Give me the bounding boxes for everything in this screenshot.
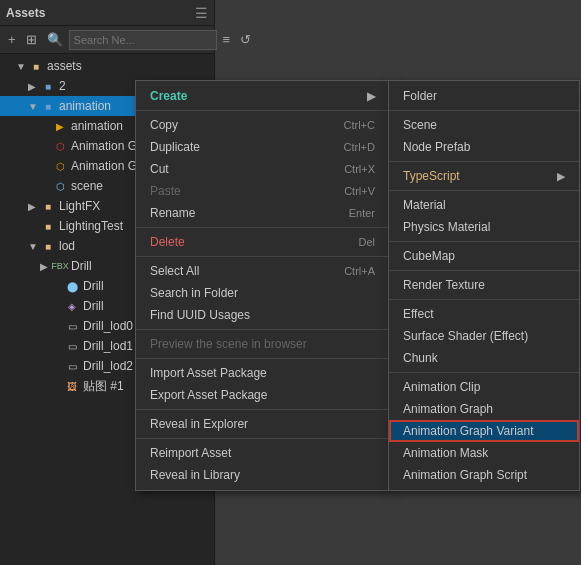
list-button[interactable]: ≡: [219, 31, 235, 48]
folder-icon-assets: ■: [28, 58, 44, 74]
sub-animation-mask-label: Animation Mask: [403, 446, 488, 460]
label-lod1: Drill_lod1: [83, 339, 133, 353]
arrow-lod: ▼: [28, 241, 40, 252]
assets-header: Assets ☰: [0, 0, 214, 26]
menu-delete[interactable]: Delete Del: [136, 231, 389, 253]
arrow-2: ▶: [28, 81, 40, 92]
sub-animation-graph[interactable]: Animation Graph: [389, 398, 579, 420]
menu-export-asset[interactable]: Export Asset Package: [136, 384, 389, 406]
sub-node-prefab[interactable]: Node Prefab: [389, 136, 579, 158]
fbx-icon: FBX: [52, 258, 68, 274]
sub-render-texture[interactable]: Render Texture: [389, 274, 579, 296]
arrow-fbxdrill: ▶: [40, 261, 52, 272]
folder-icon-lod: ■: [40, 238, 56, 254]
sub-surface-shader-label: Surface Shader (Effect): [403, 329, 528, 343]
search-input[interactable]: [69, 30, 217, 50]
sub-animation-graph-label: Animation Graph: [403, 402, 493, 416]
delete-shortcut: Del: [358, 236, 375, 248]
sub-material[interactable]: Material: [389, 194, 579, 216]
sub-animation-graph-script[interactable]: Animation Graph Script: [389, 464, 579, 486]
sub-typescript[interactable]: TypeScript ▶: [389, 165, 579, 187]
animgraph2-icon: ⬡: [52, 158, 68, 174]
label-animation: animation: [59, 99, 111, 113]
anim-icon: ▶: [52, 118, 68, 134]
sub-sep-4: [389, 241, 579, 242]
sub-physics-material-label: Physics Material: [403, 220, 490, 234]
label-assets: assets: [47, 59, 82, 73]
menu-cut-label: Cut: [150, 162, 169, 176]
sub-animation-graph-variant[interactable]: Animation Graph Variant: [389, 420, 579, 442]
menu-reimport[interactable]: Reimport Asset: [136, 442, 389, 464]
folder-icon-lightingtest: ■: [40, 218, 56, 234]
add-button[interactable]: +: [4, 31, 20, 48]
menu-import-asset[interactable]: Import Asset Package: [136, 362, 389, 384]
menu-icon[interactable]: ☰: [195, 5, 208, 21]
label-lightfx: LightFX: [59, 199, 100, 213]
sub-chunk[interactable]: Chunk: [389, 347, 579, 369]
sub-chunk-label: Chunk: [403, 351, 438, 365]
sub-animation-graph-variant-label: Animation Graph Variant: [403, 424, 534, 438]
menu-select-all[interactable]: Select All Ctrl+A: [136, 260, 389, 282]
label-scene: scene: [71, 179, 103, 193]
menu-select-all-label: Select All: [150, 264, 199, 278]
sub-sep-5: [389, 270, 579, 271]
create-submenu: Folder Scene Node Prefab TypeScript ▶ Ma…: [388, 80, 580, 491]
animgraph1-icon: ⬡: [52, 138, 68, 154]
folder-icon-2: ■: [40, 78, 56, 94]
sep-5: [136, 358, 389, 359]
menu-reveal-library[interactable]: Reveal in Library: [136, 464, 389, 486]
arrow-lightfx: ▶: [28, 201, 40, 212]
menu-create[interactable]: Create ▶: [136, 85, 389, 107]
drill1-icon: ⬤: [64, 278, 80, 294]
refresh-button[interactable]: ↺: [236, 31, 255, 48]
sub-effect[interactable]: Effect: [389, 303, 579, 325]
menu-find-uuid[interactable]: Find UUID Usages: [136, 304, 389, 326]
menu-reveal-explorer-label: Reveal in Explorer: [150, 417, 248, 431]
menu-reimport-label: Reimport Asset: [150, 446, 231, 460]
menu-find-uuid-label: Find UUID Usages: [150, 308, 250, 322]
label-drill1: Drill: [83, 279, 104, 293]
create-arrow-icon: ▶: [367, 90, 375, 103]
menu-copy[interactable]: Copy Ctrl+C: [136, 114, 389, 136]
label-fbxdrill: Drill: [71, 259, 92, 273]
label-anim-child: animation: [71, 119, 123, 133]
sub-folder[interactable]: Folder: [389, 85, 579, 107]
menu-import-asset-label: Import Asset Package: [150, 366, 267, 380]
menu-preview-label: Preview the scene in browser: [150, 337, 307, 351]
menu-search-folder-label: Search in Folder: [150, 286, 238, 300]
sep-4: [136, 329, 389, 330]
arrow-assets: ▼: [16, 61, 28, 72]
sub-animation-mask[interactable]: Animation Mask: [389, 442, 579, 464]
search-toggle[interactable]: 🔍: [43, 31, 67, 48]
menu-duplicate-label: Duplicate: [150, 140, 200, 154]
label-lod2: Drill_lod2: [83, 359, 133, 373]
sub-render-texture-label: Render Texture: [403, 278, 485, 292]
sep-7: [136, 438, 389, 439]
context-menu: Create ▶ Copy Ctrl+C Duplicate Ctrl+D Cu…: [135, 80, 390, 491]
layout-button[interactable]: ⊞: [22, 31, 41, 48]
menu-delete-label: Delete: [150, 235, 185, 249]
sub-physics-material[interactable]: Physics Material: [389, 216, 579, 238]
sub-surface-shader[interactable]: Surface Shader (Effect): [389, 325, 579, 347]
menu-cut[interactable]: Cut Ctrl+X: [136, 158, 389, 180]
menu-rename[interactable]: Rename Enter: [136, 202, 389, 224]
menu-duplicate[interactable]: Duplicate Ctrl+D: [136, 136, 389, 158]
sub-cubemap[interactable]: CubeMap: [389, 245, 579, 267]
sub-folder-label: Folder: [403, 89, 437, 103]
menu-paste-label: Paste: [150, 184, 181, 198]
sub-animation-clip[interactable]: Animation Clip: [389, 376, 579, 398]
typescript-arrow-icon: ▶: [557, 170, 565, 183]
copy-shortcut: Ctrl+C: [344, 119, 375, 131]
menu-paste[interactable]: Paste Ctrl+V: [136, 180, 389, 202]
menu-preview[interactable]: Preview the scene in browser: [136, 333, 389, 355]
tree-item-assets[interactable]: ▼ ■ assets: [0, 56, 214, 76]
menu-copy-label: Copy: [150, 118, 178, 132]
sub-scene[interactable]: Scene: [389, 114, 579, 136]
menu-reveal-explorer[interactable]: Reveal in Explorer: [136, 413, 389, 435]
menu-create-label: Create: [150, 89, 187, 103]
sub-typescript-label: TypeScript: [403, 169, 460, 183]
label-lightingtest: LightingTest: [59, 219, 123, 233]
texture-icon: 🖼: [64, 378, 80, 394]
menu-search-folder[interactable]: Search in Folder: [136, 282, 389, 304]
menu-export-asset-label: Export Asset Package: [150, 388, 267, 402]
